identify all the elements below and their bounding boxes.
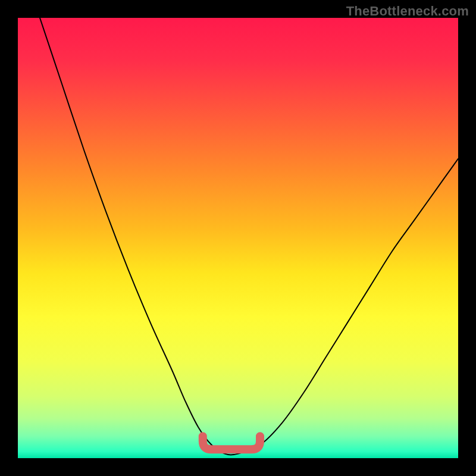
chart-svg: [18, 18, 458, 458]
gradient-background: [18, 18, 458, 458]
watermark-text: TheBottleneck.com: [346, 4, 469, 19]
plot-area: [18, 18, 458, 458]
chart-frame: TheBottleneck.com: [0, 0, 476, 476]
